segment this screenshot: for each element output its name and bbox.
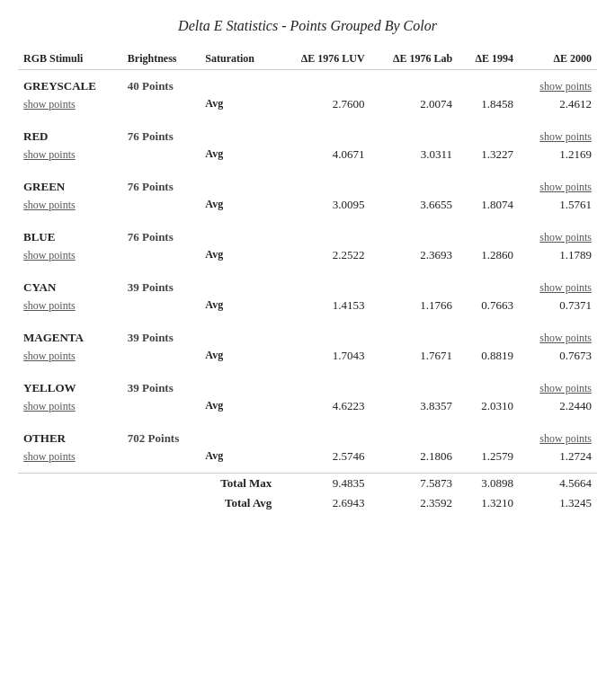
- de-luv-red: 4.0671: [277, 146, 370, 171]
- de-lab-blue: 2.3693: [370, 246, 459, 271]
- show-points-left-yellow[interactable]: show points: [18, 397, 122, 422]
- show-points-top-other[interactable]: show points: [519, 422, 597, 447]
- avg-label-red: Avg: [200, 146, 277, 171]
- avg-label-cyan: Avg: [200, 297, 277, 322]
- group-detail-yellow: show points Avg 4.6223 3.8357 2.0310 2.2…: [18, 397, 597, 422]
- total-max-lab: 7.5873: [370, 474, 459, 493]
- group-header-yellow: YELLOW 39 Points show points: [18, 372, 597, 397]
- show-points-top-green[interactable]: show points: [519, 171, 597, 196]
- show-points-left-red[interactable]: show points: [18, 146, 122, 171]
- group-points-blue: 76 Points: [122, 221, 201, 246]
- group-points-green: 76 Points: [122, 171, 201, 196]
- group-detail-greyscale: show points Avg 2.7600 2.0074 1.8458 2.4…: [18, 95, 597, 120]
- show-points-left-other[interactable]: show points: [18, 447, 122, 474]
- page-title: Delta E Statistics - Points Grouped By C…: [18, 18, 597, 34]
- show-points-top-greyscale[interactable]: show points: [519, 70, 597, 96]
- group-header-greyscale: GREYSCALE 40 Points show points: [18, 70, 597, 96]
- group-name-blue: BLUE: [18, 221, 122, 246]
- de-2000-magenta: 0.7673: [519, 347, 597, 372]
- de-1994-cyan: 0.7663: [458, 297, 519, 322]
- total-avg-row: Total Avg 2.6943 2.3592 1.3210 1.3245: [18, 493, 597, 513]
- de-2000-other: 1.2724: [519, 447, 597, 474]
- de-1994-red: 1.3227: [458, 146, 519, 171]
- avg-label-other: Avg: [200, 447, 277, 474]
- de-1994-yellow: 2.0310: [458, 397, 519, 422]
- show-points-top-yellow[interactable]: show points: [519, 372, 597, 397]
- show-points-top-red[interactable]: show points: [519, 120, 597, 146]
- de-1994-other: 1.2579: [458, 447, 519, 474]
- show-points-top-magenta[interactable]: show points: [519, 322, 597, 347]
- de-lab-greyscale: 2.0074: [370, 95, 459, 120]
- group-name-yellow: YELLOW: [18, 372, 122, 397]
- show-points-left-cyan[interactable]: show points: [18, 297, 122, 322]
- group-points-magenta: 39 Points: [122, 322, 201, 347]
- de-1994-magenta: 0.8819: [458, 347, 519, 372]
- total-max-2000: 4.5664: [519, 474, 597, 493]
- de-luv-cyan: 1.4153: [277, 297, 370, 322]
- group-header-other: OTHER 702 Points show points: [18, 422, 597, 447]
- total-avg-label: Total Avg: [200, 493, 277, 513]
- col-header-de-lab: ΔE 1976 Lab: [370, 49, 459, 70]
- de-2000-red: 1.2169: [519, 146, 597, 171]
- de-luv-greyscale: 2.7600: [277, 95, 370, 120]
- group-name-other: OTHER: [18, 422, 122, 447]
- total-avg-2000: 1.3245: [519, 493, 597, 513]
- group-name-green: GREEN: [18, 171, 122, 196]
- group-points-red: 76 Points: [122, 120, 201, 146]
- show-points-top-blue[interactable]: show points: [519, 221, 597, 246]
- col-header-de-2000: ΔE 2000: [519, 49, 597, 70]
- group-header-green: GREEN 76 Points show points: [18, 171, 597, 196]
- show-points-left-green[interactable]: show points: [18, 196, 122, 221]
- group-header-cyan: CYAN 39 Points show points: [18, 271, 597, 297]
- group-header-red: RED 76 Points show points: [18, 120, 597, 146]
- total-max-luv: 9.4835: [277, 474, 370, 493]
- total-max-row: Total Max 9.4835 7.5873 3.0898 4.5664: [18, 474, 597, 493]
- de-lab-other: 2.1806: [370, 447, 459, 474]
- show-points-top-cyan[interactable]: show points: [519, 271, 597, 297]
- de-1994-green: 1.8074: [458, 196, 519, 221]
- group-detail-red: show points Avg 4.0671 3.0311 1.3227 1.2…: [18, 146, 597, 171]
- show-points-left-blue[interactable]: show points: [18, 246, 122, 271]
- de-2000-blue: 1.1789: [519, 246, 597, 271]
- group-name-magenta: MAGENTA: [18, 322, 122, 347]
- group-detail-blue: show points Avg 2.2522 2.3693 1.2860 1.1…: [18, 246, 597, 271]
- show-points-left-magenta[interactable]: show points: [18, 347, 122, 372]
- avg-label-greyscale: Avg: [200, 95, 277, 120]
- de-1994-greyscale: 1.8458: [458, 95, 519, 120]
- total-avg-luv: 2.6943: [277, 493, 370, 513]
- de-2000-yellow: 2.2440: [519, 397, 597, 422]
- show-points-left-greyscale[interactable]: show points: [18, 95, 122, 120]
- group-detail-magenta: show points Avg 1.7043 1.7671 0.8819 0.7…: [18, 347, 597, 372]
- group-points-yellow: 39 Points: [122, 372, 201, 397]
- group-detail-cyan: show points Avg 1.4153 1.1766 0.7663 0.7…: [18, 297, 597, 322]
- col-header-stimuli: RGB Stimuli: [18, 49, 122, 70]
- group-points-greyscale: 40 Points: [122, 70, 201, 96]
- total-avg-lab: 2.3592: [370, 493, 459, 513]
- group-header-magenta: MAGENTA 39 Points show points: [18, 322, 597, 347]
- group-points-cyan: 39 Points: [122, 271, 201, 297]
- group-name-cyan: CYAN: [18, 271, 122, 297]
- de-lab-yellow: 3.8357: [370, 397, 459, 422]
- col-header-brightness: Brightness: [122, 49, 201, 70]
- total-max-1994: 3.0898: [458, 474, 519, 493]
- de-lab-green: 3.6655: [370, 196, 459, 221]
- de-1994-blue: 1.2860: [458, 246, 519, 271]
- group-name-red: RED: [18, 120, 122, 146]
- de-lab-cyan: 1.1766: [370, 297, 459, 322]
- col-header-de-1994: ΔE 1994: [458, 49, 519, 70]
- col-header-saturation: Saturation: [200, 49, 277, 70]
- avg-label-green: Avg: [200, 196, 277, 221]
- group-points-other: 702 Points: [122, 422, 201, 447]
- col-header-de-luv: ΔE 1976 LUV: [277, 49, 370, 70]
- total-avg-1994: 1.3210: [458, 493, 519, 513]
- de-2000-greyscale: 2.4612: [519, 95, 597, 120]
- avg-label-magenta: Avg: [200, 347, 277, 372]
- group-name-greyscale: GREYSCALE: [18, 70, 122, 96]
- avg-label-yellow: Avg: [200, 397, 277, 422]
- total-max-label: Total Max: [200, 474, 277, 493]
- de-2000-cyan: 0.7371: [519, 297, 597, 322]
- de-luv-green: 3.0095: [277, 196, 370, 221]
- group-detail-green: show points Avg 3.0095 3.6655 1.8074 1.5…: [18, 196, 597, 221]
- avg-label-blue: Avg: [200, 246, 277, 271]
- group-detail-other: show points Avg 2.5746 2.1806 1.2579 1.2…: [18, 447, 597, 474]
